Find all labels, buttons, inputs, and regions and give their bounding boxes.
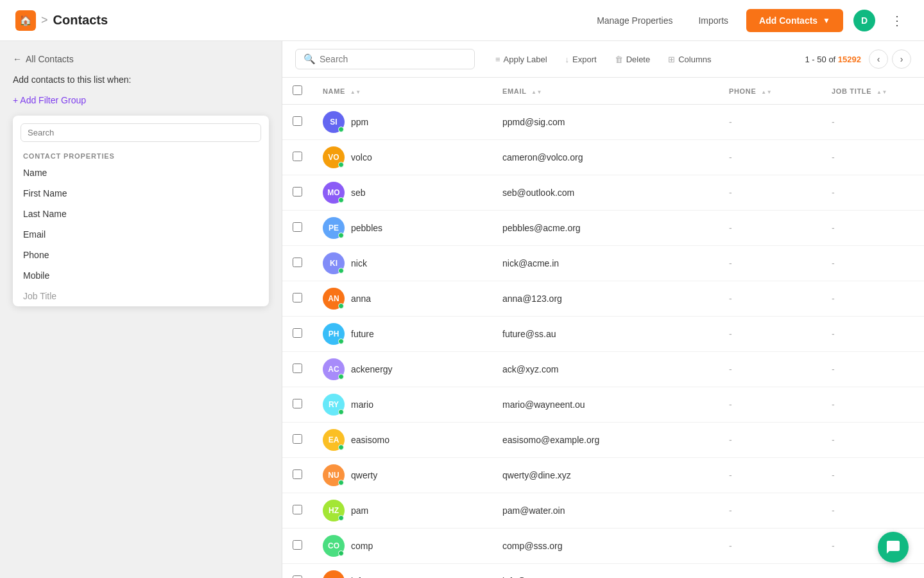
name-cell[interactable]: HZ pam: [312, 493, 492, 529]
row-checkbox-cell[interactable]: [282, 458, 312, 493]
row-checkbox[interactable]: [293, 399, 302, 408]
row-checkbox[interactable]: [293, 116, 302, 126]
email-cell: cameron@volco.org: [492, 140, 719, 175]
property-item-job-title[interactable]: Job Title: [13, 286, 269, 306]
select-all-header[interactable]: [282, 78, 312, 105]
columns-button[interactable]: ⊞ Columns: [660, 51, 719, 68]
online-indicator: [338, 162, 344, 168]
online-indicator: [338, 197, 344, 203]
email-cell: ack@xyz.com: [492, 352, 719, 387]
delete-button[interactable]: 🗑 Delete: [607, 51, 658, 68]
online-indicator: [338, 338, 344, 344]
name-cell[interactable]: RY mario: [312, 387, 492, 423]
contact-name-container: MO seb: [323, 182, 482, 204]
property-item-last-name[interactable]: Last Name: [13, 204, 269, 224]
name-cell[interactable]: NU qwerty: [312, 458, 492, 493]
avatar: HZ: [323, 500, 345, 521]
row-checkbox[interactable]: [293, 187, 302, 197]
row-checkbox[interactable]: [293, 222, 302, 232]
name-cell[interactable]: AC ackenergy: [312, 352, 492, 387]
name-cell[interactable]: PE pebbles: [312, 211, 492, 246]
home-icon[interactable]: 🏠: [15, 10, 36, 31]
row-checkbox[interactable]: [293, 505, 302, 514]
contact-name: comp: [351, 541, 373, 551]
table-toolbar: 🔍 ≡ Apply Label ↓ Export 🗑 Delete ⊞: [282, 41, 924, 78]
name-column-header[interactable]: NAME ▲▼: [312, 78, 492, 105]
row-checkbox[interactable]: [293, 328, 302, 338]
row-checkbox[interactable]: [293, 363, 302, 373]
row-checkbox[interactable]: [293, 152, 302, 161]
row-checkbox-cell[interactable]: [282, 387, 312, 423]
name-cell[interactable]: AN anna: [312, 281, 492, 317]
more-options-button[interactable]: ⋮: [886, 10, 909, 31]
row-checkbox-cell[interactable]: [282, 105, 312, 140]
row-checkbox[interactable]: [293, 575, 302, 578]
pagination-info: 1 - 50 of 15292: [805, 55, 861, 64]
avatar: EA: [323, 429, 345, 451]
columns-text: Columns: [678, 55, 711, 64]
pagination-of: of: [828, 55, 837, 64]
row-checkbox-cell[interactable]: [282, 423, 312, 458]
next-page-button[interactable]: ›: [892, 49, 911, 69]
name-cell[interactable]: EA easisomo: [312, 423, 492, 458]
chevron-down-icon: ▼: [823, 16, 830, 25]
row-checkbox[interactable]: [293, 540, 302, 550]
contact-name-container: PH future: [323, 323, 482, 345]
row-checkbox-cell[interactable]: [282, 493, 312, 529]
name-cell[interactable]: MO seb: [312, 175, 492, 211]
manage-properties-button[interactable]: Manage Properties: [589, 10, 680, 31]
add-contacts-button[interactable]: Add Contacts ▼: [746, 9, 843, 32]
row-checkbox-cell[interactable]: [282, 175, 312, 211]
row-checkbox-cell[interactable]: [282, 529, 312, 564]
name-cell[interactable]: SI ppm: [312, 105, 492, 140]
contact-properties-label: CONTACT PROPERTIES: [13, 147, 269, 162]
jobtitle-column-header[interactable]: JOB TITLE ▲▼: [821, 78, 924, 105]
properties-dropdown: CONTACT PROPERTIES NameFirst NameLast Na…: [13, 116, 269, 306]
row-checkbox-cell[interactable]: [282, 281, 312, 317]
export-button[interactable]: ↓ Export: [558, 51, 604, 68]
back-label: All Contacts: [26, 54, 74, 64]
pagination-end: 50: [817, 55, 826, 64]
contact-name-container: AN anna: [323, 288, 482, 310]
add-filter-group-button[interactable]: + Add Filter Group: [13, 95, 86, 105]
row-checkbox[interactable]: [293, 469, 302, 479]
row-checkbox-cell[interactable]: [282, 140, 312, 175]
row-checkbox[interactable]: [293, 258, 302, 267]
search-input[interactable]: [320, 54, 466, 64]
imports-button[interactable]: Imports: [690, 10, 736, 31]
email-column-header[interactable]: EMAIL ▲▼: [492, 78, 719, 105]
name-cell[interactable]: VO volco: [312, 140, 492, 175]
apply-label-button[interactable]: ≡ Apply Label: [488, 51, 555, 68]
chat-button[interactable]: [878, 532, 909, 563]
previous-page-button[interactable]: ‹: [869, 49, 888, 69]
contact-name: qwerty: [351, 470, 377, 480]
properties-search-input[interactable]: [21, 123, 261, 142]
row-checkbox[interactable]: [293, 293, 302, 302]
avatar[interactable]: D: [853, 10, 875, 31]
row-checkbox-cell[interactable]: [282, 317, 312, 352]
row-checkbox-cell[interactable]: [282, 246, 312, 281]
table-row: CO comp comp@sss.org - -: [282, 529, 924, 564]
row-checkbox-cell[interactable]: [282, 352, 312, 387]
name-cell[interactable]: KI nick: [312, 246, 492, 281]
row-checkbox[interactable]: [293, 434, 302, 444]
name-cell[interactable]: PH future: [312, 317, 492, 352]
property-item-phone[interactable]: Phone: [13, 245, 269, 265]
property-item-name[interactable]: Name: [13, 162, 269, 183]
property-item-first-name[interactable]: First Name: [13, 183, 269, 204]
phone-column-header[interactable]: PHONE ▲▼: [719, 78, 821, 105]
property-item-mobile[interactable]: Mobile: [13, 265, 269, 286]
avatar: VO: [323, 146, 345, 168]
row-checkbox-cell[interactable]: [282, 564, 312, 579]
name-cell[interactable]: AN info: [312, 564, 492, 579]
name-cell[interactable]: CO comp: [312, 529, 492, 564]
back-to-all-contacts-button[interactable]: ← All Contacts: [13, 54, 74, 64]
online-indicator: [338, 409, 344, 415]
row-checkbox-cell[interactable]: [282, 211, 312, 246]
phone-cell: -: [719, 529, 821, 564]
property-item-email[interactable]: Email: [13, 224, 269, 245]
search-box[interactable]: 🔍: [295, 49, 475, 69]
online-indicator: [338, 127, 344, 132]
select-all-checkbox[interactable]: [293, 85, 302, 95]
pagination-start: 1: [805, 55, 809, 64]
